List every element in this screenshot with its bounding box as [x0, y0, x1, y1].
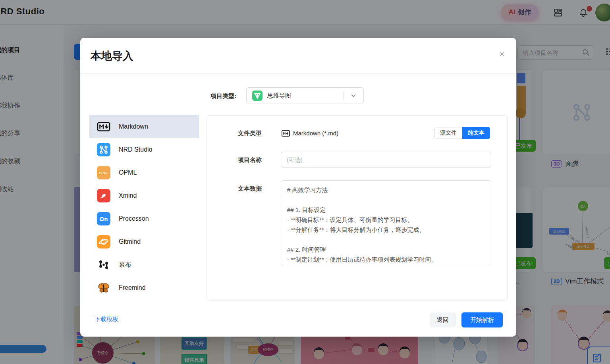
svg-text:On: On [100, 216, 108, 222]
format-item-gitmind[interactable]: Gitmind [89, 230, 199, 253]
modal-title: 本地导入 [91, 49, 133, 63]
text-data-label: 文本数据 [238, 185, 262, 193]
format-list: MarkdownNRD StudioOPMLOPMLXmindOnProcess… [89, 115, 199, 299]
format-item-processon[interactable]: OnProcesson [89, 207, 199, 230]
markdown-icon [97, 120, 110, 133]
back-button[interactable]: 返回 [430, 312, 456, 327]
format-label: Xmind [119, 192, 137, 199]
file-type-label: 文件类型 [238, 130, 262, 137]
format-label: OPML [119, 169, 137, 176]
chevron-down-icon [351, 93, 356, 98]
format-item-nrd[interactable]: NRD Studio [89, 138, 199, 161]
project-type-select[interactable]: 思维导图 [246, 87, 364, 104]
freemind-icon [97, 281, 110, 295]
text-data-textarea[interactable]: # 高效学习方法 ## 1. 目标设定 - **明确目标**：设定具体、可衡量的… [281, 180, 491, 265]
project-name-input[interactable] [281, 152, 491, 168]
format-item-freemind[interactable]: Freemind [89, 276, 199, 299]
import-form-panel: 文件类型 Markdown (*.md) 源文件 纯文本 项目名称 文本数据 #… [207, 115, 508, 300]
format-label: NRD Studio [119, 146, 152, 153]
format-label: Processon [119, 215, 149, 222]
format-label: Gitmind [119, 238, 141, 245]
format-label: 幕布 [119, 261, 131, 269]
format-item-markdown[interactable]: Markdown [89, 115, 199, 138]
download-template-link[interactable]: 下载模板 [95, 316, 118, 323]
markdown-mini-icon [282, 130, 290, 137]
modal-header: 本地导入 × [80, 38, 516, 74]
start-parse-button[interactable]: 开始解析 [461, 312, 503, 327]
file-type-value: Markdown (*.md) [282, 130, 338, 137]
source-file-toggle[interactable]: 源文件 [434, 127, 462, 139]
mubu-icon [97, 258, 110, 272]
file-mode-segmented-control: 源文件 纯文本 [434, 127, 490, 139]
project-name-label: 项目名称 [238, 156, 262, 164]
project-type-value: 思维导图 [267, 92, 343, 100]
xmind-icon [97, 189, 110, 202]
format-item-opml[interactable]: OPMLOPML [89, 161, 199, 184]
opml-icon: OPML [97, 166, 110, 179]
svg-text:OPML: OPML [99, 171, 108, 175]
format-label: Markdown [119, 123, 148, 130]
mindmap-icon [252, 91, 263, 101]
close-icon[interactable]: × [496, 48, 508, 59]
nrd-icon [97, 143, 110, 156]
format-item-mubu[interactable]: 幕布 [89, 253, 199, 276]
select-divider [343, 91, 344, 100]
gitmind-icon [97, 235, 110, 248]
project-type-label: 项目类型: [210, 92, 236, 100]
format-item-xmind[interactable]: Xmind [89, 184, 199, 207]
app-root: NRD Studio AI 创作 我的项目媒体库与我协作我的分享我的收藏回收站 [0, 0, 610, 364]
plain-text-toggle[interactable]: 纯文本 [462, 127, 490, 139]
format-label: Freemind [119, 284, 146, 291]
processon-icon: On [97, 212, 110, 225]
local-import-modal: 本地导入 × 项目类型: 思维导图 MarkdownNRD StudioOPML… [80, 38, 516, 337]
